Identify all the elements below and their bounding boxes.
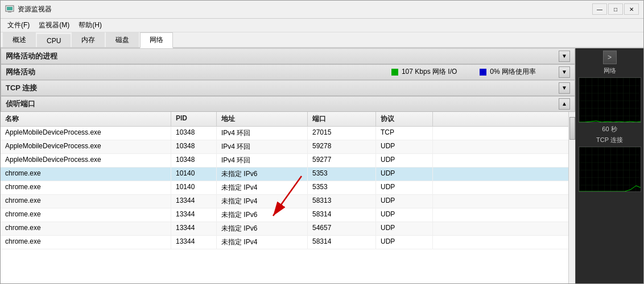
tcp-connections-title: TCP 连接 — [6, 83, 37, 93]
svg-rect-6 — [579, 147, 641, 192]
network-processes-header[interactable]: 网络活动的进程 ▼ — [1, 48, 575, 64]
table-row[interactable]: chrome.exe 13344 未指定 IPv4 58313 UDP — [1, 195, 568, 208]
cell-name: chrome.exe — [1, 168, 171, 181]
col-port[interactable]: 端口 — [308, 112, 376, 126]
window-title: 资源监视器 — [18, 5, 52, 14]
network-usage-label: 0% 网络使用率 — [490, 67, 536, 77]
cell-port: 5353 — [308, 181, 376, 194]
sidebar-nav-button[interactable]: > — [603, 51, 617, 64]
table-body: AppleMobileDeviceProcess.exe 10348 IPv4 … — [1, 127, 568, 249]
network-io-dot — [391, 69, 398, 76]
table-row[interactable]: AppleMobileDeviceProcess.exe 10348 IPv4 … — [1, 127, 568, 140]
col-name[interactable]: 名称 — [1, 112, 171, 126]
network-usage-dot — [480, 69, 486, 76]
cell-address: 未指定 IPv6 — [217, 222, 308, 235]
tab-memory[interactable]: 内存 — [72, 32, 105, 47]
sidebar-tcp-label: TCP 连接 — [596, 136, 623, 144]
listening-ports-chevron[interactable]: ▲ — [559, 98, 570, 110]
network-io-label: 107 Kbps 网络 I/O — [402, 67, 457, 77]
cell-pid: 10348 — [171, 154, 217, 167]
cell-protocol: UDP — [376, 168, 433, 181]
cell-protocol: UDP — [376, 208, 433, 222]
col-protocol[interactable]: 协议 — [376, 112, 433, 126]
tcp-connections-header[interactable]: TCP 连接 ▼ — [1, 80, 575, 96]
col-address[interactable]: 地址 — [217, 112, 308, 126]
cell-port: 59278 — [308, 140, 376, 153]
tab-overview[interactable]: 概述 — [3, 32, 36, 47]
svg-rect-2 — [8, 11, 11, 12]
scrollbar-thumb[interactable] — [569, 117, 575, 140]
cell-address: 未指定 IPv6 — [217, 208, 308, 222]
cell-protocol: TCP — [376, 127, 433, 140]
listening-table: 名称 PID 地址 端口 协议 AppleMobileDeviceProcess… — [1, 112, 568, 283]
table-header: 名称 PID 地址 端口 协议 — [1, 112, 568, 127]
network-io-stat: 107 Kbps 网络 I/O — [391, 67, 457, 77]
svg-rect-1 — [7, 7, 13, 10]
cell-port: 54657 — [308, 222, 376, 235]
table-row[interactable]: chrome.exe 13344 未指定 IPv6 58314 UDP — [1, 208, 568, 222]
table-row[interactable]: chrome.exe 10140 未指定 IPv4 5353 UDP — [1, 181, 568, 195]
table-row[interactable]: chrome.exe 10140 未指定 IPv6 5353 UDP — [1, 168, 568, 181]
close-button[interactable]: ✕ — [624, 3, 639, 15]
cell-pid: 10348 — [171, 127, 217, 140]
cell-address: 未指定 IPv4 — [217, 195, 308, 208]
menu-monitor[interactable]: 监视器(M) — [34, 19, 74, 31]
table-row[interactable]: AppleMobileDeviceProcess.exe 10348 IPv4 … — [1, 154, 568, 168]
cell-protocol: UDP — [376, 181, 433, 194]
cell-protocol: UDP — [376, 195, 433, 208]
maximize-button[interactable]: □ — [608, 3, 623, 15]
network-processes-chevron[interactable]: ▼ — [559, 51, 570, 62]
cell-address: IPv4 环回 — [217, 127, 308, 140]
cell-pid: 13344 — [171, 236, 217, 249]
cell-pid: 13344 — [171, 195, 217, 208]
window-root: 资源监视器 — □ ✕ 文件(F) 监视器(M) 帮助(H) 概述 CPU 内存… — [0, 0, 644, 284]
network-usage-stat: 0% 网络使用率 — [480, 67, 536, 77]
cell-port: 27015 — [308, 127, 376, 140]
title-bar: 资源监视器 — □ ✕ — [1, 1, 643, 19]
tab-disk[interactable]: 磁盘 — [106, 32, 139, 47]
network-activity-bar: 网络活动 107 Kbps 网络 I/O 0% 网络使用率 ▼ — [1, 64, 575, 80]
tab-bar: 概述 CPU 内存 磁盘 网络 — [1, 32, 643, 48]
cell-name: AppleMobileDeviceProcess.exe — [1, 127, 171, 140]
left-content: 网络活动的进程 ▼ 网络活动 107 Kbps 网络 I/O 0% 网络使用率 … — [1, 48, 575, 283]
listening-ports-header[interactable]: 侦听端口 ▲ — [1, 96, 575, 112]
listening-section: 侦听端口 ▲ 名称 PID 地址 端口 协议 — [1, 96, 575, 283]
cell-name: chrome.exe — [1, 222, 171, 235]
scrollbar[interactable] — [568, 112, 575, 283]
cell-pid: 13344 — [171, 208, 217, 222]
svg-rect-4 — [579, 78, 641, 123]
cell-protocol: UDP — [376, 140, 433, 153]
cell-address: IPv4 环回 — [217, 154, 308, 167]
table-row[interactable]: chrome.exe 13344 未指定 IPv6 54657 UDP — [1, 222, 568, 236]
listening-ports-title: 侦听端口 — [6, 99, 35, 109]
network-mini-chart — [579, 77, 641, 123]
cell-pid: 10348 — [171, 140, 217, 153]
menu-bar: 文件(F) 监视器(M) 帮助(H) — [1, 19, 643, 32]
network-activity-chevron[interactable]: ▼ — [559, 66, 570, 78]
cell-pid: 10140 — [171, 168, 217, 181]
menu-help[interactable]: 帮助(H) — [74, 19, 106, 31]
cell-port: 59277 — [308, 154, 376, 167]
tab-network[interactable]: 网络 — [140, 32, 173, 48]
network-activity-label: 网络活动 — [6, 67, 51, 77]
network-stats: 107 Kbps 网络 I/O 0% 网络使用率 ▼ — [391, 66, 570, 78]
cell-protocol: UDP — [376, 236, 433, 249]
cell-port: 58314 — [308, 236, 376, 249]
minimize-button[interactable]: — — [592, 3, 607, 15]
cell-name: AppleMobileDeviceProcess.exe — [1, 154, 171, 167]
table-row[interactable]: AppleMobileDeviceProcess.exe 10348 IPv4 … — [1, 140, 568, 154]
table-row[interactable]: chrome.exe 13344 未指定 IPv4 58314 UDP — [1, 236, 568, 249]
tcp-connections-chevron[interactable]: ▼ — [559, 82, 570, 94]
cell-port: 58314 — [308, 208, 376, 222]
menu-file[interactable]: 文件(F) — [3, 19, 34, 31]
sidebar-time-label: 60 秒 — [602, 125, 617, 133]
tcp-mini-chart — [579, 147, 641, 192]
tab-cpu[interactable]: CPU — [37, 34, 71, 47]
app-icon — [5, 5, 14, 14]
sidebar-network-label: 网络 — [604, 66, 616, 75]
cell-protocol: UDP — [376, 154, 433, 167]
col-pid[interactable]: PID — [171, 112, 217, 126]
cell-port: 5353 — [308, 168, 376, 181]
main-layout: 网络活动的进程 ▼ 网络活动 107 Kbps 网络 I/O 0% 网络使用率 … — [1, 48, 643, 283]
window-controls: — □ ✕ — [592, 3, 639, 15]
